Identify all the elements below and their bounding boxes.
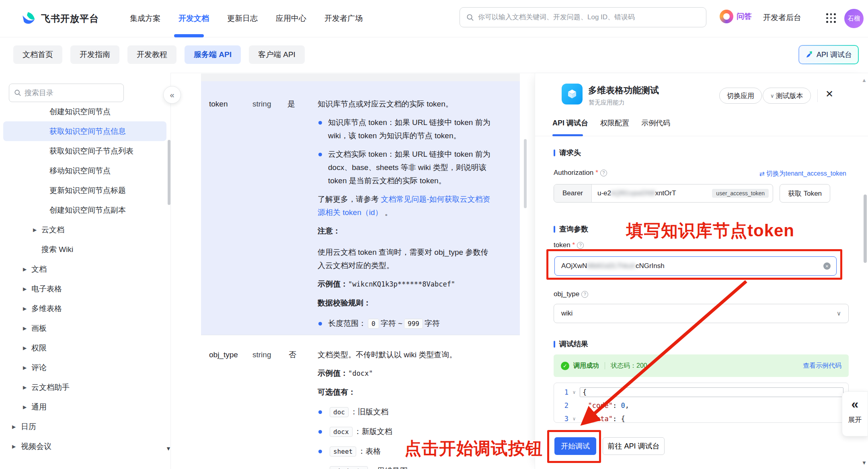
topnav-item[interactable]: 开发文档	[179, 13, 209, 24]
sidebar-search[interactable]	[9, 84, 124, 102]
global-search-input[interactable]	[478, 13, 700, 21]
subnav-tab[interactable]: 服务端 API	[185, 45, 241, 64]
goto-api-console-button[interactable]: 前往 API 调试台	[603, 437, 665, 455]
scrollbar-down-arrow[interactable]: ▼	[862, 460, 867, 466]
code-chip: sheet	[330, 446, 356, 457]
caret-right-icon[interactable]: ▶	[23, 286, 27, 292]
scrollbar-up-arrow[interactable]: ▲	[862, 77, 867, 83]
panel-tab[interactable]: API 调试台	[552, 118, 588, 132]
sidebar-item[interactable]: 获取知识空间节点信息	[3, 121, 166, 141]
code-chip: mindnote	[330, 466, 368, 469]
switch-token-type-link[interactable]: ⇄切换为tenant_access_token	[759, 170, 846, 178]
sidebar-item-label: 视频会议	[21, 441, 51, 452]
sidebar-item[interactable]: 移动知识空间节点	[3, 161, 166, 180]
param-description: 知识库节点或对应云文档的实际 token。 知识库节点 token：如果 URL…	[318, 97, 511, 336]
sidebar-item[interactable]: ▶ 画板	[3, 318, 166, 338]
panel-tab[interactable]: 示例代码	[641, 118, 670, 132]
caret-right-icon[interactable]: ▶	[23, 266, 27, 272]
panel-tab[interactable]: 权限配置	[600, 118, 629, 132]
sidebar-item-label: 画板	[31, 323, 47, 334]
caret-right-icon[interactable]: ▶	[23, 345, 27, 351]
subnav-tab[interactable]: 开发指南	[70, 45, 119, 64]
sidebar-item[interactable]: ▶ 文档	[3, 259, 166, 279]
caret-right-icon[interactable]: ▶	[23, 306, 27, 311]
sidebar-item[interactable]: ▶ 视频会议	[3, 436, 166, 456]
sidebar-item-label: 创建知识空间节点	[49, 106, 111, 117]
sidebar-collapse-button[interactable]: «	[163, 86, 181, 104]
search-icon	[466, 14, 474, 21]
sidebar-search-input[interactable]	[25, 89, 119, 97]
switch-app-button[interactable]: 切换应用	[719, 88, 762, 104]
sidebar-item[interactable]: ▶ 评论	[3, 358, 166, 377]
expand-label: 展开	[842, 415, 868, 424]
api-console-label: API 调试台	[817, 50, 852, 59]
avatar[interactable]: 石榴	[844, 9, 864, 28]
api-console-button[interactable]: API 调试台	[798, 45, 859, 64]
sidebar-item[interactable]: 创建知识空间节点副本	[3, 200, 166, 220]
sidebar-item[interactable]: ▶ 电子表格	[3, 279, 166, 299]
expand-panel-button[interactable]: « 展开	[842, 391, 868, 436]
help-icon[interactable]: ?	[600, 170, 607, 176]
sidebar-item[interactable]: ▶ 日历	[3, 417, 166, 436]
sidebar-scrollbar-thumb[interactable]	[168, 140, 170, 205]
caret-right-icon[interactable]: ▶	[12, 444, 16, 449]
topnav-item[interactable]: 集成方案	[130, 13, 160, 24]
help-icon[interactable]: ?	[581, 291, 588, 298]
test-version-button[interactable]: ∨ 测试版本	[763, 88, 811, 104]
apps-grid-icon[interactable]	[826, 13, 836, 23]
subnav-tab[interactable]: 客户端 API	[249, 45, 305, 64]
sidebar-item[interactable]: 创建知识空间节点	[3, 102, 166, 121]
content-scrollbar-thumb[interactable]	[524, 139, 527, 208]
top-navbar: 飞书开放平台 集成方案开发文档更新日志应用中心开发者广场 问答 开发者后台 石榴	[0, 0, 868, 37]
sidebar-item[interactable]: ▶ 通用	[3, 397, 166, 417]
get-token-button[interactable]: 获取 Token	[780, 184, 830, 203]
topnav-item[interactable]: 应用中心	[276, 13, 306, 24]
faq-link[interactable]: 源相关 token（id）	[318, 208, 383, 217]
caret-right-icon[interactable]: ▶	[23, 365, 27, 371]
qa-entry[interactable]: 问答	[720, 10, 752, 23]
start-debug-button[interactable]: 开始调试	[554, 437, 596, 455]
sidebar-item[interactable]: 搜索 Wiki	[3, 240, 166, 259]
example-line: 示例值："docx"	[318, 367, 511, 380]
sidebar-item[interactable]: 更新知识空间节点标题	[3, 180, 166, 200]
caret-right-icon[interactable]: ▶	[23, 326, 27, 331]
page-scrollbar-thumb[interactable]	[864, 195, 867, 263]
collapse-caret-icon[interactable]: ∨	[568, 416, 580, 422]
desc-bullet: 云文档实际 token：如果 URL 链接中 token 前为 docx、bas…	[318, 147, 511, 187]
brand-logo[interactable]: 飞书开放平台	[21, 10, 99, 27]
close-icon[interactable]: ✕	[825, 88, 833, 100]
collapse-caret-icon[interactable]: ∨	[568, 389, 580, 395]
faq-link[interactable]: 文档常见问题-如何获取云文档资	[381, 195, 490, 203]
subnav-tab[interactable]: 文档首页	[13, 45, 62, 64]
caret-right-icon[interactable]: ▶	[12, 424, 16, 430]
caret-right-icon[interactable]: ▶	[23, 385, 27, 390]
global-search[interactable]	[460, 7, 706, 27]
sidebar-item-label: 获取知识空间节点信息	[49, 126, 126, 137]
objtype-select[interactable]: wiki ∨	[554, 304, 849, 323]
clear-icon[interactable]: ✕	[823, 262, 831, 270]
sidebar-item-label: 权限	[31, 343, 47, 353]
topnav-item[interactable]: 更新日志	[227, 13, 258, 24]
sidebar-scroll-down-icon[interactable]: ▼	[166, 445, 171, 452]
topnav-item[interactable]: 开发者广场	[324, 13, 363, 24]
objtype-field-label: obj_type?	[554, 290, 588, 298]
view-sample-code-link[interactable]: 查看示例代码	[803, 362, 841, 370]
app-subtitle: 暂无应用能力	[589, 99, 625, 106]
caret-right-icon[interactable]: ▶	[33, 227, 37, 233]
response-json-viewer[interactable]: 1 ∨ { 2 "code": 0, 3 ∨ "data": {	[554, 383, 849, 423]
section-query-params: 查询参数	[554, 224, 588, 234]
help-icon[interactable]: ?	[577, 242, 584, 249]
sidebar-item[interactable]: ▶ 多维表格	[3, 299, 166, 318]
caret-right-icon[interactable]: ▶	[23, 404, 27, 410]
banner-divider	[605, 362, 605, 369]
sidebar-item[interactable]: 获取知识空间子节点列表	[3, 141, 166, 161]
sidebar-item[interactable]: ▶ 云文档助手	[3, 377, 166, 397]
code-chip: doc	[330, 407, 349, 417]
developer-console-link[interactable]: 开发者后台	[763, 12, 801, 23]
page: 飞书开放平台 集成方案开发文档更新日志应用中心开发者广场 问答 开发者后台 石榴…	[0, 0, 868, 469]
subnav-tab[interactable]: 开发教程	[127, 45, 176, 64]
token-input[interactable]: AOjXwNMb6Gd2LThkuhcNGrInsh ✕	[554, 256, 837, 276]
sidebar-item[interactable]: ▶ 云文档	[3, 220, 166, 240]
sidebar-item[interactable]: ▶ 权限	[3, 338, 166, 358]
authorization-input[interactable]: Bearer u-e2kQf91xpwDN8xntOrT user_access…	[554, 184, 773, 203]
